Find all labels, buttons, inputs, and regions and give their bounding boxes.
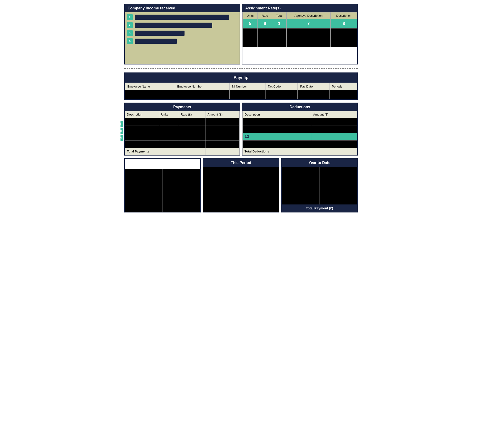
ded-teal-row: 12 bbox=[243, 133, 357, 140]
badge-5: 5 bbox=[243, 19, 258, 28]
income-row-1: 1 bbox=[127, 14, 238, 20]
ded-data-row-2 bbox=[243, 125, 357, 133]
pay-d3-rate bbox=[179, 133, 205, 140]
assignment-row-2 bbox=[243, 28, 357, 38]
badge-4: 4 bbox=[127, 38, 133, 44]
income-bar-3 bbox=[135, 31, 185, 36]
pay-data-row-3 bbox=[125, 133, 240, 140]
col-units: Units bbox=[243, 12, 258, 19]
pay-col-units: Units bbox=[159, 111, 179, 118]
income-bar-1 bbox=[135, 15, 229, 20]
income-bar-2 bbox=[135, 23, 212, 28]
col-total: Total bbox=[272, 12, 286, 19]
col-description: Description bbox=[331, 12, 357, 19]
ded-col-amount: Amount (£) bbox=[311, 111, 357, 118]
ytd-title: Year to Date bbox=[282, 159, 357, 167]
payslip-col-ni: NI Number bbox=[229, 83, 265, 90]
pay-d3-units bbox=[159, 133, 179, 140]
side-badge-11: 11 bbox=[120, 135, 123, 141]
payslip-number-value bbox=[175, 90, 230, 99]
col-rate: Rate bbox=[258, 12, 272, 19]
pay-d2-rate bbox=[179, 125, 205, 133]
payslip-periods-value bbox=[329, 90, 357, 99]
payslip-col-tax: Tax Code bbox=[265, 83, 297, 90]
pay-d3-amount bbox=[205, 133, 240, 140]
income-row-3: 3 bbox=[127, 30, 238, 36]
payments-title: Payments bbox=[125, 103, 240, 111]
deductions-title: Deductions bbox=[242, 103, 357, 111]
bl-col-2 bbox=[163, 169, 200, 212]
company-income-body: 1 2 3 4 bbox=[125, 12, 240, 64]
ded-d4-desc bbox=[243, 140, 311, 148]
payments-total-row: Total Payments bbox=[125, 148, 240, 155]
tp-col-2 bbox=[241, 167, 279, 212]
payslip-title: Payslip bbox=[125, 73, 357, 83]
ded-teal-badge: 12 bbox=[243, 133, 311, 140]
pay-col-rate: Rate (£) bbox=[179, 111, 205, 118]
assignment-rates-panel: Assignment Rate(s) Units Rate Total Agen… bbox=[242, 4, 358, 64]
bl-col-1 bbox=[125, 169, 163, 212]
payslip-tax-value bbox=[265, 90, 297, 99]
income-row-2: 2 bbox=[127, 22, 238, 28]
side-badge-10: 10 bbox=[120, 128, 123, 134]
payslip-col-name: Employee Name bbox=[125, 83, 175, 90]
pay-d1-rate bbox=[179, 118, 205, 125]
payslip-col-periods: Periods bbox=[329, 83, 357, 90]
tp-col-1 bbox=[203, 167, 241, 212]
badge-2: 2 bbox=[127, 22, 133, 28]
income-row-4: 4 bbox=[127, 38, 238, 44]
income-bar-4 bbox=[135, 39, 177, 44]
pay-d1-desc bbox=[125, 118, 159, 125]
company-income-title: Company income received bbox=[125, 4, 240, 12]
ded-d4-amount bbox=[311, 140, 357, 148]
payments-total-value bbox=[205, 148, 240, 155]
assignment-rates-title: Assignment Rate(s) bbox=[242, 4, 357, 12]
payments-table-wrapper: 9 10 11 Description Units Rate (£) Amoun… bbox=[125, 111, 240, 155]
pay-d2-desc bbox=[125, 125, 159, 133]
ded-data-row-1 bbox=[243, 118, 357, 125]
payments-box: Payments 9 10 11 Description Units Rate … bbox=[124, 103, 240, 156]
payslip-data-row bbox=[125, 90, 357, 99]
ded-d2-desc bbox=[243, 125, 311, 133]
badge-1-total: 1 bbox=[272, 19, 286, 28]
pay-d1-amount bbox=[205, 118, 240, 125]
payments-total-label: Total Payments bbox=[125, 148, 205, 155]
payslip-section: Payslip Employee Name Employee Number NI… bbox=[124, 72, 358, 100]
top-section: Company income received 1 2 3 4 Assignme… bbox=[124, 4, 358, 64]
ded-col-desc: Description bbox=[243, 111, 311, 118]
pay-col-amount: Amount (£) bbox=[205, 111, 240, 118]
company-income-panel: Company income received 1 2 3 4 bbox=[124, 4, 240, 64]
assignment-table: Units Rate Total Agency / Description De… bbox=[242, 12, 357, 47]
this-period-title: This Period bbox=[203, 159, 279, 167]
pay-d2-units bbox=[159, 125, 179, 133]
pay-d4-desc bbox=[125, 140, 159, 148]
bottom-left-spacer bbox=[125, 159, 200, 169]
pay-data-row-4 bbox=[125, 140, 240, 148]
bottom-section: This Period Year to Date Total Payment (… bbox=[124, 158, 358, 212]
deductions-total-row: Total Deductions bbox=[243, 148, 357, 155]
ded-d1-amount bbox=[311, 118, 357, 125]
ytd-cols bbox=[282, 167, 357, 204]
deductions-table: Description Amount (£) 12 bbox=[242, 111, 357, 155]
ded-data-row-4 bbox=[243, 140, 357, 148]
badge-1: 1 bbox=[127, 14, 133, 20]
pay-data-row-2 bbox=[125, 125, 240, 133]
assignment-row-3 bbox=[243, 38, 357, 47]
ded-d2-amount bbox=[311, 125, 357, 133]
dashed-divider bbox=[124, 68, 358, 69]
side-badges-container: 9 10 11 bbox=[120, 121, 123, 141]
ytd-block: Year to Date Total Payment (£) bbox=[281, 158, 358, 212]
badge-7: 7 bbox=[286, 19, 331, 28]
ded-teal-amount bbox=[311, 133, 357, 140]
pay-ded-section: Payments 9 10 11 Description Units Rate … bbox=[124, 103, 358, 156]
pay-d4-amount bbox=[205, 140, 240, 148]
pay-d2-amount bbox=[205, 125, 240, 133]
pay-data-row-1 bbox=[125, 118, 240, 125]
badge-8: 8 bbox=[331, 19, 357, 28]
deductions-box: Deductions Description Amount (£) 12 bbox=[242, 103, 358, 156]
payslip-paydate-value bbox=[298, 90, 329, 99]
payslip-ni-value bbox=[229, 90, 265, 99]
deductions-total-label: Total Deductions bbox=[243, 148, 311, 155]
payslip-col-number: Employee Number bbox=[175, 83, 230, 90]
bottom-left-cols bbox=[125, 169, 200, 212]
